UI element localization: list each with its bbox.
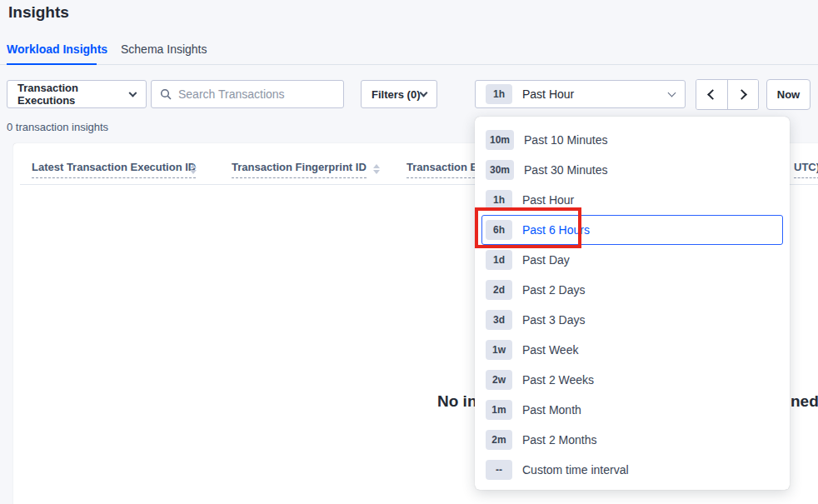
time-interval-label: Past Hour — [522, 87, 669, 101]
time-option-label: Past 2 Weeks — [522, 373, 594, 387]
tab-workload-insights[interactable]: Workload Insights — [7, 42, 107, 56]
time-badge-1d: 1d — [486, 250, 512, 270]
time-option-past-week[interactable]: 1w Past Week — [481, 335, 783, 365]
time-option-label: Past 2 Days — [522, 283, 585, 297]
sort-icon[interactable] — [190, 164, 197, 174]
time-option-past-6-hours[interactable]: 6h Past 6 Hours — [481, 215, 783, 245]
time-badge-10m: 10m — [486, 130, 514, 150]
time-option-past-month[interactable]: 1m Past Month — [481, 395, 783, 425]
time-option-label: Past 6 Hours — [522, 223, 590, 237]
chevron-down-icon — [668, 88, 676, 97]
time-badge-1w: 1w — [486, 340, 512, 360]
search-box[interactable] — [151, 80, 344, 108]
time-option-label: Past Month — [522, 403, 581, 417]
time-option-past-hour[interactable]: 1h Past Hour — [481, 185, 783, 215]
time-option-past-2-days[interactable]: 2d Past 2 Days — [481, 275, 783, 305]
now-button[interactable]: Now — [766, 79, 811, 110]
empty-state-text-left-fragment: No in — [437, 392, 477, 411]
time-option-label: Past 30 Minutes — [524, 163, 607, 177]
time-option-past-30-minutes[interactable]: 30m Past 30 Minutes — [481, 155, 783, 185]
time-option-label: Past 10 Minutes — [524, 133, 607, 147]
active-tab-underline — [7, 63, 97, 65]
column-header-transaction-fingerprint-id[interactable]: Transaction Fingerprint ID — [232, 161, 367, 178]
time-interval-select[interactable]: 1h Past Hour — [475, 80, 686, 108]
time-option-label: Past 2 Months — [522, 433, 597, 447]
time-option-past-10-minutes[interactable]: 10m Past 10 Minutes — [481, 125, 783, 155]
chevron-down-icon — [420, 88, 428, 97]
column-header-transaction-execution-clipped[interactable]: Transaction Ex — [407, 161, 483, 178]
time-option-custom-interval[interactable]: -- Custom time interval — [481, 455, 783, 485]
time-option-label: Past 3 Days — [522, 313, 585, 327]
time-nav-group — [696, 79, 759, 110]
time-badge-30m: 30m — [486, 160, 514, 180]
time-option-past-day[interactable]: 1d Past Day — [481, 245, 783, 275]
column-header-utc-clipped[interactable]: UTC) — [794, 161, 818, 178]
time-forward-button[interactable] — [727, 80, 758, 109]
sort-icon[interactable] — [373, 164, 380, 174]
page-title: Insights — [8, 3, 69, 22]
time-option-label: Past Day — [522, 253, 570, 267]
time-option-past-2-weeks[interactable]: 2w Past 2 Weeks — [481, 365, 783, 395]
time-badge-2w: 2w — [486, 370, 512, 390]
time-badge-6h: 6h — [486, 220, 512, 240]
tab-schema-insights[interactable]: Schema Insights — [121, 42, 207, 56]
time-option-past-2-months[interactable]: 2m Past 2 Months — [481, 425, 783, 455]
chevron-right-icon — [736, 89, 747, 100]
time-badge-custom: -- — [486, 460, 512, 480]
time-badge-3d: 3d — [486, 310, 512, 330]
filters-button[interactable]: Filters (0) — [361, 80, 437, 108]
search-icon — [160, 88, 172, 100]
tabs-row: Workload Insights Schema Insights — [0, 37, 818, 65]
time-badge-2m: 2m — [486, 430, 512, 450]
chevron-left-icon — [708, 89, 719, 100]
time-option-label: Past Hour — [522, 193, 574, 207]
insights-count: 0 transaction insights — [7, 121, 108, 133]
time-badge-1h: 1h — [486, 190, 512, 210]
time-back-button[interactable] — [696, 80, 727, 109]
time-interval-badge: 1h — [486, 84, 512, 104]
time-interval-dropdown: 10m Past 10 Minutes 30m Past 30 Minutes … — [475, 117, 790, 490]
filters-label: Filters (0) — [372, 88, 421, 101]
workload-type-select[interactable]: Transaction Executions — [7, 80, 147, 108]
empty-state-text-right-fragment: ned. — [791, 392, 818, 411]
workload-type-label: Transaction Executions — [17, 82, 130, 107]
column-header-latest-transaction-execution-id[interactable]: Latest Transaction Execution ID — [32, 161, 196, 178]
time-option-label: Past Week — [522, 343, 578, 357]
time-option-past-3-days[interactable]: 3d Past 3 Days — [481, 305, 783, 335]
time-badge-1m: 1m — [486, 400, 512, 420]
time-badge-2d: 2d — [486, 280, 512, 300]
time-option-label: Custom time interval — [522, 463, 629, 477]
search-input[interactable] — [178, 87, 335, 101]
